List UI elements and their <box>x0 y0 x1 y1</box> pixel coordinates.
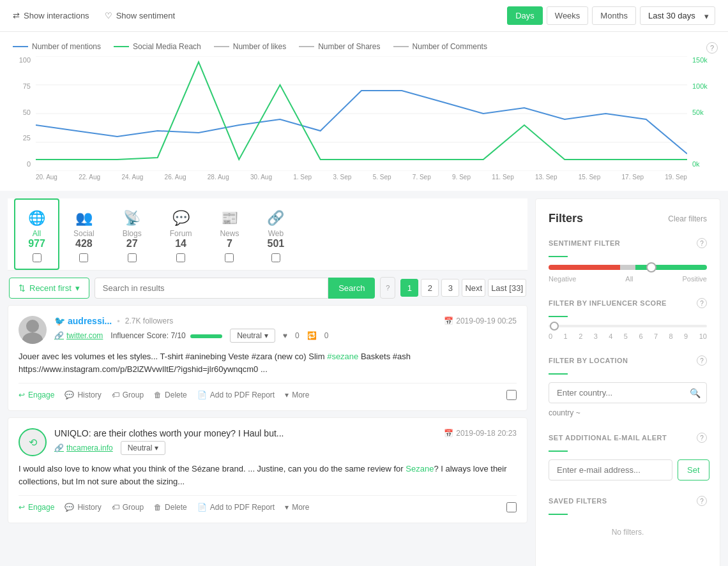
days-btn[interactable]: Days <box>507 6 543 25</box>
post-header-2: ⟲ UNIQLO: are their clothes worth your m… <box>19 428 517 456</box>
pdf-btn-2[interactable]: 📄 Add to PDF Report <box>197 503 275 512</box>
set-email-btn[interactable]: Set <box>678 459 709 480</box>
sort-chevron-icon: ▾ <box>75 283 80 293</box>
post-user-line-2: UNIQLO: are their clothes worth your mon… <box>54 428 517 438</box>
weeks-btn[interactable]: Weeks <box>547 6 589 25</box>
post-text-2: I would also love to know what you think… <box>19 463 517 488</box>
main-content: 🌐 All 977 👥 Social 428 📡 Blogs 27 💬 Foru… <box>0 198 728 566</box>
date-range-select[interactable]: Last 30 days <box>640 6 715 25</box>
email-help-icon[interactable]: ? <box>697 433 707 443</box>
sentiment-thumb[interactable] <box>646 262 656 272</box>
tab-blogs-checkbox[interactable] <box>128 253 137 262</box>
show-sentiment-label: Show sentiment <box>116 11 176 20</box>
post-source-2[interactable]: 🔗 thcamera.info <box>54 443 113 452</box>
legend-shares-label: Number of Shares <box>318 42 380 51</box>
tab-forum-checkbox[interactable] <box>176 253 185 262</box>
location-search-icon: 🔍 <box>690 388 701 398</box>
months-btn[interactable]: Months <box>592 6 636 25</box>
tab-all[interactable]: 🌐 All 977 <box>14 198 59 270</box>
sentiment-badge-1[interactable]: Neutral ▾ <box>230 329 275 343</box>
tab-blogs[interactable]: 📡 Blogs 27 <box>109 198 156 270</box>
engage-btn-1[interactable]: ↩ Engage <box>19 391 54 399</box>
filters-title: Filters <box>549 212 583 225</box>
chart-legend: Number of mentions Social Media Reach Nu… <box>13 42 715 51</box>
history-btn-2[interactable]: 💬 History <box>64 503 101 512</box>
svg-point-5 <box>26 320 39 332</box>
tab-news-count: 7 <box>227 238 232 249</box>
location-header: FILTER BY LOCATION ? <box>549 355 707 366</box>
email-input[interactable] <box>549 459 672 480</box>
chart-area: Number of mentions Social Media Reach Nu… <box>0 32 728 191</box>
post-meta-1: 🐦 audressi... • 2.7K followers 📅 2019-09… <box>54 316 517 343</box>
influencer-thumb[interactable] <box>550 322 559 331</box>
last-btn[interactable]: Last [33] <box>488 279 526 297</box>
filters-header: Filters Clear filters <box>549 212 707 225</box>
group-btn-2[interactable]: 🏷 Group <box>112 503 144 512</box>
next-btn[interactable]: Next <box>462 279 485 297</box>
post-date-2: 📅 2019-09-18 20:23 <box>444 429 517 438</box>
show-sentiment-btn[interactable]: ♡ Show sentiment <box>105 11 176 20</box>
clear-filters-btn[interactable]: Clear filters <box>668 214 707 223</box>
search-help-icon[interactable]: ? <box>380 277 395 299</box>
post-checkbox-2[interactable] <box>506 502 517 512</box>
tab-forum-count: 14 <box>175 238 186 249</box>
source-text-2: thcamera.info <box>66 443 113 452</box>
chart-help-icon[interactable]: ? <box>706 42 718 54</box>
source-tabs: 🌐 All 977 👥 Social 428 📡 Blogs 27 💬 Foru… <box>8 198 527 271</box>
tab-web-checkbox[interactable] <box>271 253 280 262</box>
sentiment-labels: Negative All Positive <box>549 275 707 283</box>
tab-forum[interactable]: 💬 Forum 14 <box>156 198 206 270</box>
post-card-1: 🐦 audressi... • 2.7K followers 📅 2019-09… <box>8 305 527 411</box>
left-panel: 🌐 All 977 👥 Social 428 📡 Blogs 27 💬 Foru… <box>8 198 527 566</box>
post-source-1[interactable]: 🔗 twitter.com <box>54 331 103 340</box>
sezane-link-1[interactable]: #sezane <box>327 352 358 361</box>
x-axis-labels: 20. Aug22. Aug24. Aug26. Aug 28. Aug30. … <box>36 171 687 181</box>
tab-all-checkbox[interactable] <box>33 253 42 262</box>
post-title-2[interactable]: UNIQLO: are their clothes worth your mon… <box>54 428 284 438</box>
link-icon-2: 🔗 <box>54 443 64 452</box>
tab-social[interactable]: 👥 Social 428 <box>59 198 109 270</box>
pdf-btn-1[interactable]: 📄 Add to PDF Report <box>197 391 275 399</box>
y-axis-left: 1007550250 <box>13 56 36 181</box>
page-2-btn[interactable]: 2 <box>421 279 439 297</box>
engage-btn-2[interactable]: ↩ Engage <box>19 503 54 512</box>
influencer-help-icon[interactable]: ? <box>697 298 707 308</box>
sentiment-underline <box>549 256 568 257</box>
social-icon: 👥 <box>75 210 93 227</box>
tab-news[interactable]: 📰 News 7 <box>206 198 253 270</box>
news-icon: 📰 <box>221 210 238 227</box>
saved-filters-help-icon[interactable]: ? <box>697 496 707 506</box>
post-card-2: ⟲ UNIQLO: are their clothes worth your m… <box>8 417 527 523</box>
tab-web[interactable]: 🔗 Web 501 <box>253 198 298 270</box>
sentiment-track <box>549 265 707 270</box>
delete-btn-1[interactable]: 🗑 Delete <box>154 391 187 399</box>
more-btn-2[interactable]: ▾ More <box>285 503 309 512</box>
retweets-count-1: 0 <box>324 331 329 340</box>
legend-shares: Number of Shares <box>299 42 380 51</box>
sort-button[interactable]: ⇅ Recent first ▾ <box>9 278 89 299</box>
location-input[interactable] <box>549 382 707 403</box>
sentiment-chevron-2: ▾ <box>155 443 158 452</box>
search-button[interactable]: Search <box>328 278 375 299</box>
group-btn-1[interactable]: 🏷 Group <box>112 391 144 399</box>
influencer-underline <box>549 316 568 317</box>
post-checkbox-1[interactable] <box>506 390 517 400</box>
email-filter-label: SET ADDITIONAL E-MAIL ALERT <box>549 434 667 442</box>
page-3-btn[interactable]: 3 <box>441 279 459 297</box>
search-input[interactable] <box>95 278 328 299</box>
tab-web-label: Web <box>268 229 284 238</box>
sezane-link-2[interactable]: Sezane <box>406 464 434 473</box>
show-interactions-btn[interactable]: ⇄ Show interactions <box>13 11 89 20</box>
sentiment-help-icon[interactable]: ? <box>697 238 707 248</box>
delete-btn-2[interactable]: 🗑 Delete <box>154 503 187 512</box>
top-toolbar: ⇄ Show interactions ♡ Show sentiment Day… <box>0 0 728 32</box>
location-help-icon[interactable]: ? <box>697 355 707 366</box>
tab-news-checkbox[interactable] <box>225 253 234 262</box>
legend-mentions: Number of mentions <box>13 42 101 51</box>
tab-social-checkbox[interactable] <box>79 253 88 262</box>
email-filter-section: SET ADDITIONAL E-MAIL ALERT ? Set <box>549 433 707 480</box>
sentiment-badge-2[interactable]: Neutral ▾ <box>121 441 166 455</box>
page-1-btn[interactable]: 1 <box>400 279 418 297</box>
more-btn-1[interactable]: ▾ More <box>285 391 309 399</box>
history-btn-1[interactable]: 💬 History <box>64 391 101 399</box>
